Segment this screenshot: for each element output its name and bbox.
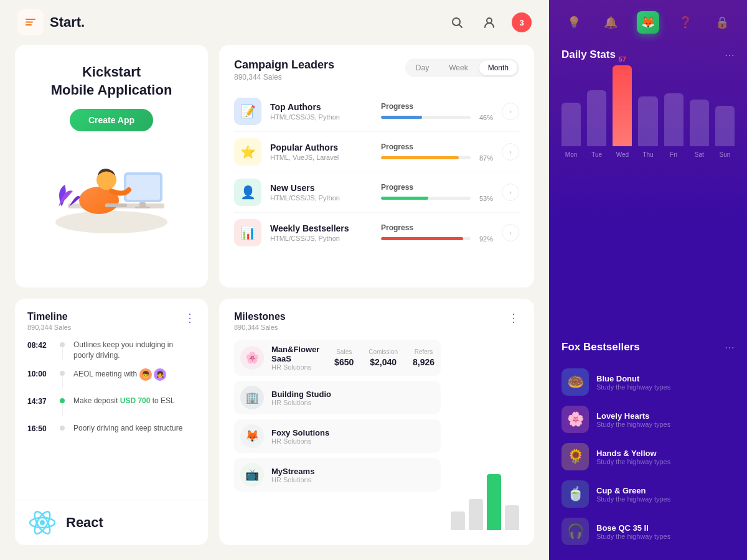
- bs-name: Cup & Green: [596, 486, 735, 495]
- tl-dot: [60, 342, 65, 347]
- tab-day[interactable]: Day: [407, 60, 438, 75]
- bar-col: 57Wed: [613, 55, 632, 158]
- mini-bar: [505, 505, 519, 530]
- bestseller-item: 🌻 Hands & Yellow Study the highway types: [561, 438, 735, 475]
- illustration-svg: [43, 141, 180, 238]
- campaign-subtitle: 890,344 Sales: [234, 73, 334, 82]
- fox-bestsellers-header: Fox Bestsellers ⋯: [561, 341, 735, 353]
- bar-day: Fri: [670, 151, 677, 158]
- fox-bestsellers-section: Fox Bestsellers ⋯ 🍩 Blue Donut Study the…: [549, 341, 747, 560]
- bs-name: Blue Donut: [596, 374, 735, 383]
- bs-info: Cup & Green Study the highway types: [596, 486, 735, 503]
- bs-sub: Study the highway types: [596, 383, 735, 391]
- milestone-info: MyStreams HR Solutions: [271, 467, 435, 483]
- timeline-menu-icon[interactable]: ⋮: [184, 311, 195, 325]
- progress-bar-fill: [381, 156, 459, 159]
- milestone-row: 🦊 Foxy Solutions HR Solutions: [234, 419, 441, 453]
- bar-col: 57Tue: [587, 80, 606, 158]
- fox-tab-3[interactable]: ❓: [674, 11, 697, 34]
- search-icon: [451, 16, 463, 29]
- svg-rect-1: [26, 22, 33, 23]
- chart-bar: [561, 103, 581, 146]
- progress-label: Progress: [381, 223, 493, 232]
- bar-value: 57: [619, 55, 626, 63]
- fox-bestsellers-menu[interactable]: ⋯: [725, 342, 735, 353]
- react-logo: [27, 508, 57, 538]
- progress-section: Progress 92%: [381, 223, 493, 243]
- react-badge: React: [15, 500, 208, 545]
- milestone-avatar: 🦊: [240, 424, 264, 448]
- timeline-item: 14:37 Make deposit USD 700 to ESL: [27, 396, 195, 416]
- tl-time: 16:50: [27, 423, 51, 433]
- tl-text: Outlines keep you indulging in poorly dr…: [73, 340, 195, 361]
- milestones-menu-icon[interactable]: ⋮: [508, 311, 519, 325]
- bs-thumbnail: 🌻: [561, 443, 589, 470]
- leader-name: Top Authors: [270, 102, 372, 112]
- create-app-button[interactable]: Create App: [70, 109, 153, 131]
- milestones-header: Milestones 890,344 Sales ⋮: [234, 311, 519, 331]
- progress-section: Progress 46%: [381, 102, 493, 121]
- milestone-row: 🏢 Building Studio HR Solutions: [234, 381, 441, 414]
- react-icon: [27, 508, 57, 538]
- user-icon: [483, 16, 496, 29]
- bar-chart: 57Mon57Tue57Wed57Thu57Fri57Sat57Sun: [561, 71, 735, 158]
- search-button[interactable]: [447, 12, 467, 32]
- bestseller-item: 🎧 Bose QC 35 II Study the highway types: [561, 513, 735, 550]
- notification-badge[interactable]: 3: [512, 12, 532, 32]
- milestone-name: MyStreams: [271, 467, 435, 476]
- svg-rect-14: [105, 203, 127, 207]
- bar-col: 57Sun: [715, 96, 735, 158]
- bs-info: Bose QC 35 II Study the highway types: [596, 523, 735, 540]
- tl-time: 14:37: [27, 396, 51, 406]
- stat-refers: Refers 8,926: [413, 348, 435, 368]
- timeline-item: 16:50 Poorly driving and keep structure: [27, 423, 195, 434]
- bestsellers-list: 🍩 Blue Donut Study the highway types 🌸 L…: [561, 363, 735, 550]
- chart-bar: [715, 106, 735, 146]
- milestones-subtitle: 890,344 Sales: [234, 324, 286, 331]
- daily-stats-section: Daily Stats ⋯ 57Mon57Tue57Wed57Thu57Fri5…: [549, 42, 747, 341]
- milestone-row: 📺 MyStreams HR Solutions: [234, 458, 441, 492]
- progress-bar-bg: [381, 197, 471, 200]
- tab-week[interactable]: Week: [440, 60, 476, 75]
- leader-name: New Users: [270, 183, 372, 193]
- tab-month[interactable]: Month: [479, 60, 517, 75]
- bs-info: Blue Donut Study the highway types: [596, 374, 735, 391]
- leader-chevron[interactable]: ›: [502, 103, 519, 120]
- leader-chevron[interactable]: ›: [502, 143, 519, 161]
- progress-label: Progress: [381, 102, 493, 111]
- fox-tab-4[interactable]: 🔒: [711, 11, 733, 34]
- bs-thumbnail: 🍵: [561, 480, 589, 508]
- user-button[interactable]: [479, 12, 499, 32]
- svg-point-6: [55, 211, 167, 233]
- tl-dot: [60, 371, 65, 376]
- stat-refers-value: 8,926: [413, 357, 435, 367]
- milestones-card: Milestones 890,344 Sales ⋮ 🌸 Man&Flower …: [219, 299, 534, 545]
- bar-col: 57Fri: [664, 83, 684, 158]
- leader-tags: HTML, VueJS, Laravel: [270, 154, 372, 161]
- bs-name: Bose QC 35 II: [596, 523, 735, 533]
- campaign-tab-group: Day Week Month: [405, 58, 519, 77]
- leader-chevron[interactable]: ›: [502, 184, 519, 201]
- bs-thumbnail: 🍩: [561, 368, 589, 396]
- campaign-title-group: Campaign Leaders 890,344 Sales: [234, 58, 334, 82]
- leader-tags: HTML/CSS/JS, Python: [270, 113, 372, 121]
- timeline-item: 08:42 Outlines keep you indulging in poo…: [27, 340, 195, 361]
- bs-thumbnail: 🌸: [561, 406, 589, 433]
- leader-info: New Users HTML/CSS/JS, Python: [270, 183, 372, 202]
- leader-info: Weekly Bestsellers HTML/CSS/JS, Python: [270, 223, 372, 242]
- progress-label: Progress: [381, 183, 493, 192]
- fox-tab-2[interactable]: 🦊: [637, 11, 659, 34]
- fox-tab-1[interactable]: 🔔: [599, 11, 622, 34]
- milestone-stats: Sales $650 Comission $2,040 Refers 8,926: [334, 348, 435, 368]
- daily-stats-menu[interactable]: ⋯: [725, 49, 735, 61]
- progress-pct: 53%: [476, 195, 493, 202]
- leader-row: 📊 Weekly Bestsellers HTML/CSS/JS, Python…: [234, 213, 519, 253]
- bs-sub: Study the highway types: [596, 495, 735, 503]
- leader-chevron[interactable]: ›: [502, 224, 519, 241]
- fox-tab-0[interactable]: 💡: [563, 11, 585, 34]
- bestseller-item: 🌸 Lovely Hearts Study the highway types: [561, 401, 735, 438]
- tl-text: Poorly driving and keep structure: [73, 423, 182, 434]
- bs-info: Hands & Yellow Study the highway types: [596, 449, 735, 465]
- campaign-card: Campaign Leaders 890,344 Sales Day Week …: [219, 45, 534, 287]
- react-label: React: [66, 515, 103, 531]
